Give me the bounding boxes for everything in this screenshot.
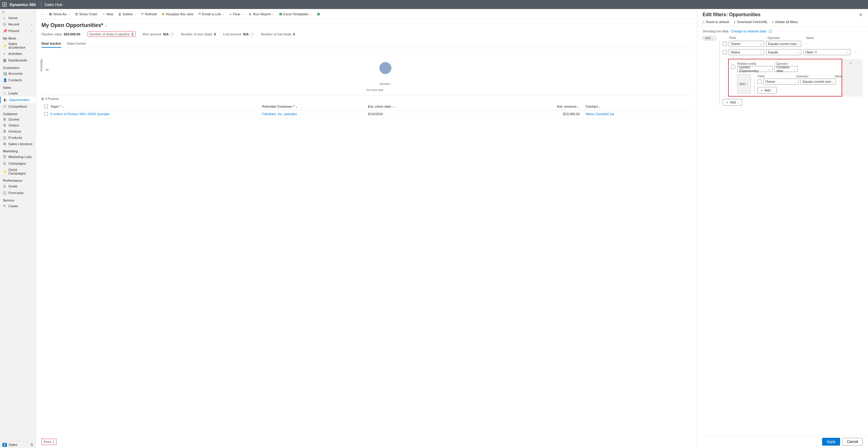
nav-quick-campaigns[interactable]: ⚡Quick Campaigns bbox=[0, 167, 36, 176]
info-icon[interactable] bbox=[170, 33, 174, 36]
row-more-icon[interactable]: ⋯ bbox=[803, 42, 809, 46]
related-operator-select[interactable]: Contains data⌄ bbox=[774, 66, 798, 72]
nav-opportunities[interactable]: ◧Opportunities bbox=[0, 97, 36, 103]
col-est-close-date[interactable]: Est. close date↑ ⌄ bbox=[368, 105, 474, 109]
app-launcher-icon[interactable] bbox=[2, 2, 7, 7]
col-potential-customer[interactable]: Potential Customer *⌄ bbox=[262, 105, 368, 109]
col-topic[interactable]: Topic *⌄ bbox=[51, 105, 262, 109]
select-all-checkbox[interactable] bbox=[44, 105, 48, 108]
cmd-refresh[interactable]: ⟳Refresh bbox=[139, 11, 159, 17]
area-switcher[interactable]: S Sales ⇅ bbox=[0, 441, 36, 448]
site-nav: ≡ ⌂Home ◷Recent⌄ 📌Pinned⌄ My Work ⚡Sales… bbox=[0, 9, 36, 448]
metric-lost-amount: Lost amountN/A bbox=[223, 32, 254, 36]
filter-checkbox[interactable] bbox=[731, 65, 735, 69]
nav-contacts[interactable]: 👤Contacts bbox=[0, 77, 36, 83]
operator-select[interactable]: Equals current user⌄ bbox=[801, 78, 836, 84]
operator-select[interactable]: Equals⌄ bbox=[766, 49, 801, 55]
inner-add-button[interactable]: ＋Add⌄ bbox=[757, 87, 777, 94]
cmd-new[interactable]: ＋New bbox=[100, 11, 115, 17]
col-est-revenue[interactable]: Est. revenue⌄ bbox=[474, 105, 586, 109]
chart-legend: 3-Propose bbox=[41, 97, 691, 100]
tab-sales-funnel[interactable]: Sales funnel bbox=[67, 40, 86, 48]
apply-button[interactable]: Apply bbox=[822, 438, 840, 446]
nav-mkt-lists[interactable]: ☰Marketing Lists bbox=[0, 153, 36, 160]
tab-deal-tracker[interactable]: Deal tracker bbox=[41, 40, 61, 48]
collapse-icon[interactable]: ⤢ bbox=[849, 61, 852, 65]
info-icon[interactable] bbox=[769, 30, 772, 33]
row-checkbox[interactable] bbox=[44, 112, 48, 116]
cmd-flow[interactable]: ∞Flow⌄ bbox=[227, 11, 246, 17]
col-contact[interactable]: Contact⌄ bbox=[586, 105, 691, 109]
nav-activities[interactable]: ✓Activities bbox=[0, 50, 36, 57]
nav-quotes[interactable]: 🗎Quotes bbox=[0, 116, 36, 122]
field-select-owner[interactable]: Owner⌄ bbox=[763, 78, 799, 84]
change-retained-link[interactable]: Change to retained data bbox=[731, 29, 766, 33]
nav-accounts[interactable]: 🏢Accounts bbox=[0, 70, 36, 77]
nav-collapse-icon[interactable]: ≡ bbox=[0, 9, 36, 15]
chevron-down-icon[interactable]: ⌄ bbox=[30, 29, 33, 33]
metric-won-amount: Won amountN/A bbox=[143, 32, 174, 36]
nav-products[interactable]: ◫Products bbox=[0, 134, 36, 141]
view-tabs: Deal tracker Sales funnel bbox=[41, 40, 691, 48]
nav-cases[interactable]: ✎Cases bbox=[0, 203, 36, 209]
nav-sales-lit[interactable]: 🗎Sales Literature bbox=[0, 141, 36, 147]
cell-topic[interactable]: 6 orders of Product SKU JJ202 (sample) bbox=[51, 112, 262, 116]
nav-orders[interactable]: 🗎Orders bbox=[0, 122, 36, 128]
app-name[interactable]: Sales Hub bbox=[44, 2, 62, 7]
nav-hdr-marketing: Marketing bbox=[0, 147, 36, 153]
root-and-chip[interactable]: AND⌄ bbox=[703, 36, 716, 40]
remove-tag-icon[interactable]: ✕ bbox=[814, 50, 817, 54]
nav-forecasts[interactable]: ◫Forecasts bbox=[0, 189, 36, 196]
filter-checkbox[interactable] bbox=[723, 42, 727, 46]
view-title[interactable]: My Open Opportunities* ⌄ bbox=[41, 22, 691, 29]
cmd-show-as[interactable]: ▦Show As⌄ bbox=[47, 11, 72, 17]
cmd-email-link[interactable]: ✉Email a Link⌄ bbox=[196, 11, 227, 17]
chevron-down-icon[interactable]: ⌄ bbox=[30, 23, 33, 26]
cancel-button[interactable]: Cancel bbox=[842, 438, 863, 446]
nav-campaigns[interactable]: ◎Campaigns bbox=[0, 160, 36, 167]
cmd-visualize[interactable]: ◆Visualize this view bbox=[160, 11, 195, 17]
nav-goals[interactable]: ◎Goals bbox=[0, 183, 36, 189]
nav-competitors[interactable]: ⚔Competitors bbox=[0, 103, 36, 110]
nav-pinned[interactable]: 📌Pinned⌄ bbox=[0, 28, 36, 34]
reset-default-button[interactable]: ⎌Reset to default bbox=[703, 20, 729, 24]
operator-select[interactable]: Equals current user⌄ bbox=[766, 41, 801, 47]
cell-customer[interactable]: Fabrikam, Inc. (sample) bbox=[262, 112, 368, 116]
cmd-delete[interactable]: 🗑Delete⌄ bbox=[117, 11, 138, 17]
cell-contact[interactable]: Maria Campbell (sa bbox=[586, 112, 691, 116]
nav-dashboards[interactable]: ▦Dashboards bbox=[0, 57, 36, 64]
nav-sales-accel[interactable]: ⚡Sales accelerator bbox=[0, 41, 36, 50]
cmd-show-chart[interactable]: ▥Show Chart bbox=[73, 11, 99, 17]
filter-checkbox[interactable] bbox=[757, 79, 762, 84]
updown-icon: ⇅ bbox=[30, 443, 33, 447]
back-button[interactable]: ← bbox=[39, 11, 46, 17]
chevron-down-icon[interactable]: ⌄ bbox=[105, 24, 107, 27]
nav-leads[interactable]: ☆Leads bbox=[0, 90, 36, 97]
nav-home[interactable]: ⌂Home bbox=[0, 15, 36, 21]
close-icon[interactable]: ✕ bbox=[859, 12, 863, 17]
chart-bubble[interactable] bbox=[379, 62, 392, 74]
hdr-operator: Operator bbox=[796, 74, 831, 78]
related-entity-select[interactable]: Quotes (Opportunity)⌄ bbox=[737, 66, 773, 72]
cmd-excel-icon[interactable]: ▦ bbox=[315, 11, 322, 17]
inner-and-chip[interactable]: AND⌄ bbox=[737, 74, 751, 94]
cmd-run-report[interactable]: 🗎Run Report⌄ bbox=[247, 11, 276, 17]
nav-recent[interactable]: ◷Recent⌄ bbox=[0, 21, 36, 28]
cmd-excel-templates[interactable]: ▦Excel Templates⌄ bbox=[277, 11, 314, 17]
delete-all-filters-button[interactable]: ⎋Delete all filters bbox=[772, 20, 798, 24]
table-row[interactable]: 6 orders of Product SKU JJ202 (sample) F… bbox=[41, 110, 691, 118]
nav-invoices[interactable]: 🗎Invoices bbox=[0, 128, 36, 134]
info-icon[interactable] bbox=[251, 33, 254, 36]
row-count: Rows: 1 bbox=[41, 439, 56, 445]
row-more-icon[interactable]: ⋯ bbox=[852, 50, 858, 54]
svg-rect-2 bbox=[6, 2, 7, 3]
group-more-icon[interactable]: ⋯ bbox=[856, 61, 861, 65]
row-more-icon[interactable]: ⋯ bbox=[838, 80, 844, 84]
field-select-status[interactable]: Status⌄ bbox=[729, 49, 764, 55]
value-select-open[interactable]: Open✕⌄ bbox=[803, 49, 850, 55]
download-fetchxml-button[interactable]: ⤓Download FetchXML bbox=[733, 20, 768, 24]
add-button[interactable]: ＋Add⌄ bbox=[723, 99, 742, 106]
field-select-owner[interactable]: Owner⌄ bbox=[729, 41, 764, 47]
metric-pipeline-value: Pipeline value$20,000.00 bbox=[41, 32, 81, 36]
filter-checkbox[interactable] bbox=[723, 50, 727, 54]
